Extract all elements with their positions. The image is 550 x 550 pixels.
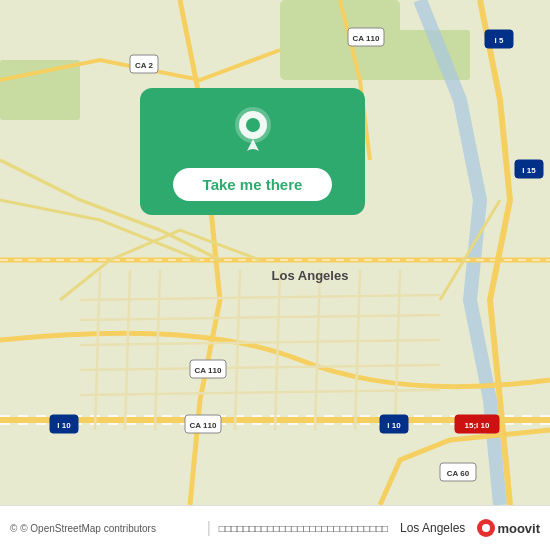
moovit-text: moovit [497, 521, 540, 536]
svg-text:CA 110: CA 110 [353, 34, 380, 43]
map-pin-icon [233, 107, 273, 157]
copyright-symbol: © [10, 523, 17, 534]
svg-text:I 5: I 5 [495, 36, 504, 45]
svg-point-45 [246, 118, 260, 132]
svg-text:Los Angeles: Los Angeles [272, 268, 349, 283]
svg-text:CA 60: CA 60 [447, 469, 470, 478]
svg-text:I 15: I 15 [522, 166, 536, 175]
svg-text:CA 2: CA 2 [135, 61, 153, 70]
svg-rect-2 [0, 60, 80, 120]
svg-text:CA 110: CA 110 [195, 366, 222, 375]
svg-point-47 [482, 524, 490, 532]
japanese-text: □□□□□□□□□□□□□□□□□□□□□□□□□□□□ [219, 523, 388, 534]
city-label: Los Angeles [400, 521, 465, 535]
separator: | [207, 519, 211, 537]
map-background: CA 2 I 5 CA 110 I 15 CA 110 I 10 CA 110 … [0, 0, 550, 505]
location-card: Take me there [140, 88, 365, 215]
moovit-logo-icon [477, 519, 495, 537]
pin-icon-container [227, 106, 279, 158]
copyright-text: © © OpenStreetMap contributors [10, 523, 199, 534]
svg-text:CA 110: CA 110 [190, 421, 217, 430]
take-me-there-button[interactable]: Take me there [173, 168, 333, 201]
bottom-bar: © © OpenStreetMap contributors | □□□□□□□… [0, 505, 550, 550]
svg-text:15;I 10: 15;I 10 [465, 421, 490, 430]
map-container: CA 2 I 5 CA 110 I 15 CA 110 I 10 CA 110 … [0, 0, 550, 505]
svg-text:I 10: I 10 [57, 421, 71, 430]
svg-text:I 10: I 10 [387, 421, 401, 430]
osm-copyright: © OpenStreetMap contributors [20, 523, 156, 534]
moovit-logo: moovit [477, 519, 540, 537]
